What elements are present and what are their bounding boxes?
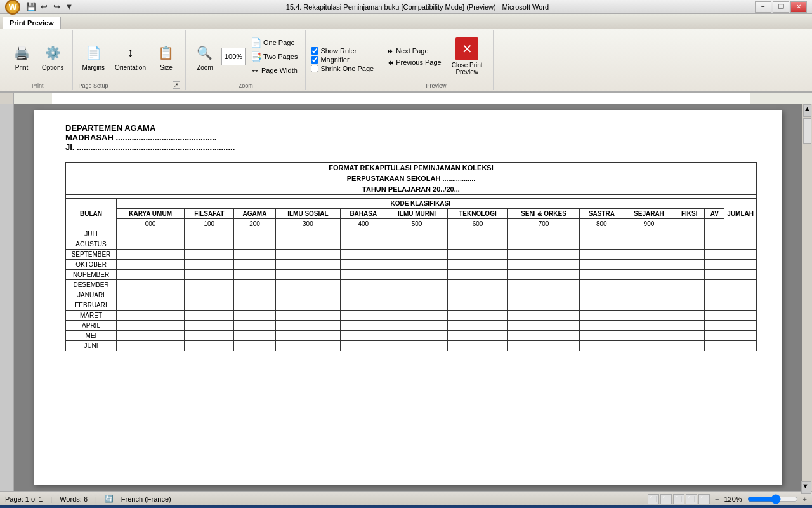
tab-print-preview[interactable]: Print Preview <box>3 17 61 29</box>
undo-quick-btn[interactable]: ↩ <box>38 1 49 13</box>
size-button[interactable]: 📋 Size <box>152 40 180 74</box>
header-line2: MADRASAH ...............................… <box>65 133 757 142</box>
page-status: Page: 1 of 1 <box>5 495 43 503</box>
code-800: 800 <box>579 219 624 229</box>
document-header: DEPARTEMEN AGAMA MADRASAH ..............… <box>65 123 757 152</box>
table-title2: PERPUSTAKAAN SEKOLAH ................. <box>66 173 757 184</box>
next-page-button[interactable]: ⏭ Next Page <box>384 46 444 56</box>
ribbon-group-preview-nav: ⏭ Next Page ⏮ Previous Page ✕ Close Prin… <box>379 30 493 90</box>
two-pages-button[interactable]: 📑 Two Pages <box>248 50 300 63</box>
zoom-group-label: Zoom <box>239 81 253 89</box>
print-group-content: 🖨️ Print ⚙️ Options <box>8 32 67 81</box>
view-buttons: ⬜ ⬜ ⬜ ⬜ ⬜ <box>648 494 710 504</box>
row-juni: JUNI <box>66 341 757 351</box>
data-juli-900 <box>624 229 674 239</box>
close-btn[interactable]: ✕ <box>790 1 807 13</box>
code-400: 400 <box>341 219 386 229</box>
month-april: APRIL <box>66 321 117 331</box>
ribbon: 🖨️ Print ⚙️ Options Print 📄 Margins ↕️ O… <box>0 29 812 93</box>
minimize-btn[interactable]: − <box>755 1 771 13</box>
shrink-one-page-item: Shrink One Page <box>311 65 374 72</box>
language-status: French (France) <box>121 495 171 503</box>
page-width-icon: ↔️ <box>251 65 259 76</box>
ribbon-group-print: 🖨️ Print ⚙️ Options Print <box>3 30 73 90</box>
code-100: 100 <box>185 219 234 229</box>
data-juli-300 <box>275 229 341 239</box>
page-width-button[interactable]: ↔️ Page Width <box>248 64 300 77</box>
page-width-label: Page Width <box>261 67 298 74</box>
scroll-down-btn[interactable]: ▼ <box>801 481 811 491</box>
view-layout-btn[interactable]: ⬜ <box>660 494 672 504</box>
print-button[interactable]: 🖨️ Print <box>8 40 36 74</box>
month-juni: JUNI <box>66 341 117 351</box>
options-button[interactable]: ⚙️ Options <box>38 40 67 74</box>
shrink-one-page-checkbox[interactable] <box>311 65 318 72</box>
col-bahasa: BAHASA <box>341 209 386 219</box>
next-page-label: Next Page <box>396 47 428 55</box>
horizontal-ruler: // ruler ticks rendered inline <box>14 93 812 104</box>
page-setup-dialog-btn[interactable]: ↗ <box>173 81 180 89</box>
document-table-wrapper: FORMAT REKAPITULASI PEMINJAMAN KOLEKSI P… <box>65 162 757 351</box>
office-button[interactable]: W <box>5 0 20 15</box>
zoom-slider[interactable] <box>747 494 798 504</box>
code-000: 000 <box>117 219 185 229</box>
page-setup-group-label: Page Setup <box>78 81 108 89</box>
margins-button[interactable]: 📄 Margins <box>78 40 108 74</box>
data-juli-jumlah <box>724 229 757 239</box>
zoom-label: Zoom <box>197 64 213 71</box>
row-januari: JANUARI <box>66 290 757 300</box>
scroll-thumb[interactable] <box>803 118 811 144</box>
two-pages-label: Two Pages <box>263 53 298 60</box>
view-normal-btn[interactable]: ⬜ <box>648 494 659 504</box>
page-setup-group-content: 📄 Margins ↕️ Orientation 📋 Size <box>78 32 180 81</box>
previous-page-button[interactable]: ⏮ Previous Page <box>384 57 444 67</box>
main-area: DEPARTEMEN AGAMA MADRASAH ..............… <box>0 104 812 491</box>
more-quick-btn[interactable]: ▼ <box>63 1 75 13</box>
zoom-button[interactable]: 🔍 Zoom <box>191 40 219 74</box>
month-februari: FEBRUARI <box>66 300 117 311</box>
col-agama: AGAMA <box>234 209 275 219</box>
save-quick-btn[interactable]: 💾 <box>25 1 37 13</box>
view-outline-btn[interactable]: ⬜ <box>686 494 697 504</box>
view-draft-btn[interactable]: ⬜ <box>698 494 710 504</box>
row-nopember: NOPEMBER <box>66 270 757 280</box>
month-juli: JULI <box>66 229 117 239</box>
ruler-area: // ruler ticks rendered inline <box>0 93 812 104</box>
orientation-icon: ↕️ <box>121 43 141 63</box>
row-desember: DESEMBER <box>66 280 757 290</box>
magnifier-checkbox[interactable] <box>311 56 318 64</box>
title-row-2: PERPUSTAKAAN SEKOLAH ................. <box>66 173 757 184</box>
two-pages-icon: 📑 <box>251 51 261 62</box>
restore-btn[interactable]: ❐ <box>773 1 789 13</box>
row-april: APRIL <box>66 321 757 331</box>
title-row-3: TAHUN PELAJARAN 20../20... <box>66 184 757 195</box>
col-ilmu-sosial: ILMU SOSIAL <box>275 209 341 219</box>
one-page-button[interactable]: 📄 One Page <box>248 36 300 49</box>
page-area[interactable]: DEPARTEMEN AGAMA MADRASAH ..............… <box>14 104 802 491</box>
code-200: 200 <box>234 219 275 229</box>
print-group-label: Print <box>32 81 44 89</box>
svg-rect-1 <box>52 93 750 104</box>
col-fiksi: FIKSI <box>674 209 705 219</box>
scroll-up-btn[interactable]: ▲ <box>803 104 811 117</box>
orientation-button[interactable]: ↕️ Orientation <box>111 40 150 74</box>
preview-nav-content: ⏭ Next Page ⏮ Previous Page ✕ Close Prin… <box>384 32 487 81</box>
previous-page-icon: ⏮ <box>387 58 394 66</box>
previous-page-label: Previous Page <box>396 58 442 66</box>
magnifier-item: Magnifier <box>311 56 374 64</box>
col-sejarah: SEJARAH <box>624 209 674 219</box>
col-header-row2: KARYA UMUM FILSAFAT AGAMA ILMU SOSIAL BA… <box>66 209 757 219</box>
ribbon-group-preview-opts: Show Ruler Magnifier Shrink One Page <box>306 30 379 90</box>
document-page: DEPARTEMEN AGAMA MADRASAH ..............… <box>34 110 782 485</box>
close-print-preview-button[interactable]: ✕ Close PrintPreview <box>447 35 488 78</box>
month-mei: MEI <box>66 331 117 341</box>
vertical-scrollbar[interactable]: ▲ ▼ <box>802 104 812 491</box>
col-av: AV <box>705 209 724 219</box>
show-ruler-checkbox[interactable] <box>311 47 318 55</box>
col-kode-header: KODE KLASIFIKASI <box>117 199 724 209</box>
show-ruler-item: Show Ruler <box>311 47 374 55</box>
margins-label: Margins <box>82 64 105 71</box>
view-web-btn[interactable]: ⬜ <box>673 494 684 504</box>
print-icon: 🖨️ <box>11 43 32 63</box>
redo-quick-btn[interactable]: ↪ <box>51 1 62 13</box>
